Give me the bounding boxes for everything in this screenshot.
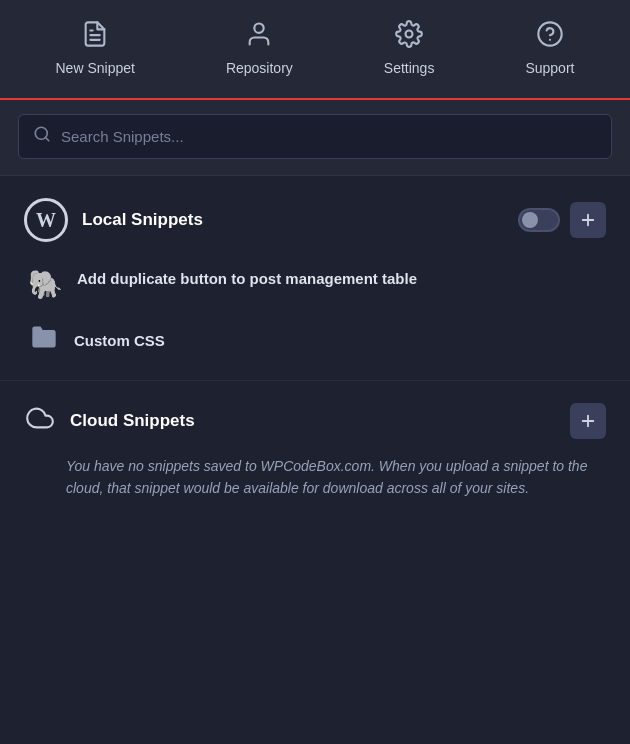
nav-item-new-snippet[interactable]: New Snippet [38,14,153,82]
nav-item-support[interactable]: Support [507,14,592,82]
search-bar [0,100,630,176]
cloud-snippets-add-button[interactable] [570,403,606,439]
local-snippets-section: Local Snippets 🐘 Add duplicate button to… [0,176,630,381]
local-snippets-add-button[interactable] [570,202,606,238]
nav-label-settings: Settings [384,60,435,76]
nav-item-settings[interactable]: Settings [366,14,453,82]
local-snippets-toggle[interactable] [518,208,560,232]
folder-icon [28,323,60,358]
local-snippets-actions [518,202,606,238]
snippet-item-add-duplicate[interactable]: 🐘 Add duplicate button to post managemen… [24,258,606,313]
search-inner [18,114,612,159]
local-snippets-header: Local Snippets [24,198,606,242]
cloud-snippets-title: Cloud Snippets [70,411,195,431]
svg-point-4 [538,22,561,45]
search-icon [33,125,51,148]
local-snippets-header-left: Local Snippets [24,198,203,242]
snippet-title-add-duplicate: Add duplicate button to post management … [77,268,417,289]
cloud-icon [24,404,56,439]
elephant-icon: 🐘 [28,268,63,301]
local-snippets-title: Local Snippets [82,210,203,230]
nav-label-support: Support [525,60,574,76]
support-icon [536,20,564,52]
cloud-snippets-header-left: Cloud Snippets [24,404,195,439]
svg-line-7 [45,137,48,140]
settings-icon [395,20,423,52]
top-nav: New Snippet Repository Settings [0,0,630,100]
nav-label-new-snippet: New Snippet [56,60,135,76]
new-snippet-icon [81,20,109,52]
search-input[interactable] [61,128,597,145]
main-content: Local Snippets 🐘 Add duplicate button to… [0,176,630,520]
folder-title-custom-css: Custom CSS [74,332,165,349]
cloud-snippets-header: Cloud Snippets [24,403,606,439]
svg-point-2 [255,24,264,33]
cloud-snippets-section: Cloud Snippets You have no snippets save… [0,381,630,520]
folder-item-custom-css[interactable]: Custom CSS [24,313,606,370]
svg-point-3 [406,31,413,38]
nav-label-repository: Repository [226,60,293,76]
nav-item-repository[interactable]: Repository [208,14,311,82]
cloud-snippets-description: You have no snippets saved to WPCodeBox.… [24,455,606,500]
repository-icon [245,20,273,52]
wordpress-icon [24,198,68,242]
